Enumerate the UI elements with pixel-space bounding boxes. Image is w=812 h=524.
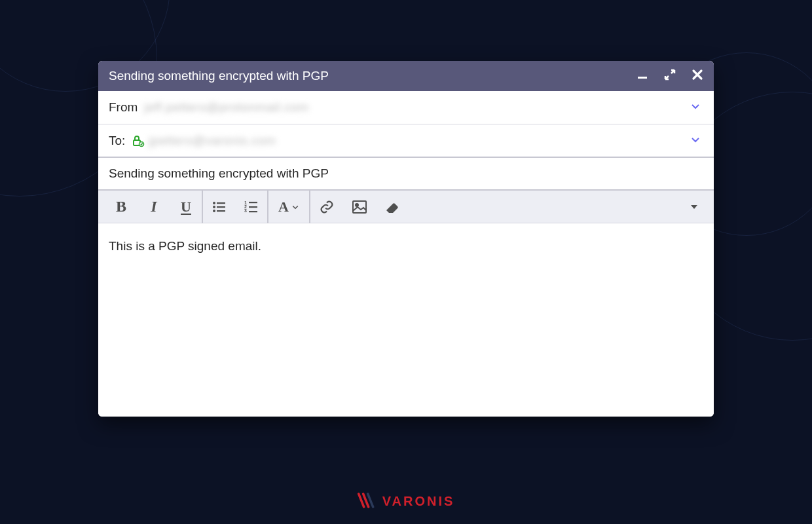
unordered-list-button[interactable] — [203, 191, 236, 223]
window-controls — [637, 69, 703, 83]
window-title: Sending something encrypted with PGP — [109, 69, 637, 83]
svg-rect-8 — [217, 210, 225, 212]
subject-row[interactable]: Sending something encrypted with PGP — [98, 158, 714, 191]
body-text: This is a PGP signed email. — [109, 239, 261, 253]
from-field-row[interactable]: From jeff.petters@protonmail.com — [98, 91, 714, 124]
pgp-lock-badge — [132, 134, 145, 147]
svg-rect-15 — [353, 201, 366, 213]
more-button[interactable] — [681, 191, 707, 223]
unordered-list-icon — [212, 199, 227, 215]
italic-icon: I — [151, 198, 157, 215]
svg-point-3 — [213, 202, 215, 204]
from-expand-button[interactable] — [688, 98, 703, 117]
to-label: To: — [109, 134, 125, 148]
close-icon — [692, 69, 703, 81]
to-expand-button[interactable] — [688, 131, 703, 151]
svg-point-5 — [213, 206, 215, 208]
brand-text: VARONIS — [382, 494, 455, 509]
bold-icon: B — [116, 198, 126, 215]
svg-point-7 — [213, 210, 215, 212]
to-field-row[interactable]: To: jpetters@varonis.com — [98, 124, 714, 158]
from-label: From — [109, 100, 138, 115]
expand-icon — [664, 69, 676, 81]
ordered-list-button[interactable]: 1 2 3 — [236, 191, 268, 223]
link-button[interactable] — [310, 191, 343, 223]
link-icon — [320, 200, 334, 214]
subject-text: Sending something encrypted with PGP — [109, 166, 329, 181]
window-titlebar: Sending something encrypted with PGP — [98, 61, 714, 91]
close-button[interactable] — [692, 69, 703, 83]
expand-button[interactable] — [664, 69, 676, 83]
minimize-icon — [637, 69, 648, 81]
font-icon: A — [278, 198, 289, 215]
compose-window: Sending something encrypted with PGP Fro… — [98, 61, 714, 417]
minimize-button[interactable] — [637, 69, 648, 83]
varonis-logo-icon — [358, 493, 377, 510]
chevron-down-icon — [690, 134, 701, 145]
eraser-icon — [384, 200, 400, 214]
svg-rect-14 — [249, 211, 257, 212]
lock-icon — [132, 134, 145, 147]
svg-rect-6 — [217, 206, 225, 208]
editor-toolbar: B I U 1 2 3 A — [98, 191, 714, 223]
svg-text:3: 3 — [244, 208, 247, 213]
to-value: jpetters@varonis.com — [149, 134, 276, 148]
svg-rect-4 — [217, 202, 225, 204]
chevron-down-icon — [690, 101, 701, 111]
image-icon — [352, 200, 367, 214]
svg-point-16 — [356, 204, 358, 206]
bold-button[interactable]: B — [105, 191, 138, 223]
chevron-down-icon — [291, 203, 299, 211]
svg-rect-0 — [638, 77, 647, 79]
italic-button[interactable]: I — [138, 191, 170, 223]
caret-down-icon — [690, 202, 699, 212]
font-dropdown-button[interactable]: A — [268, 191, 310, 223]
svg-rect-10 — [249, 202, 257, 203]
ordered-list-icon: 1 2 3 — [244, 199, 259, 215]
from-value: jeff.petters@protonmail.com — [144, 100, 308, 115]
underline-button[interactable]: U — [170, 191, 203, 223]
email-body[interactable]: This is a PGP signed email. — [98, 223, 714, 417]
underline-icon: U — [181, 198, 191, 215]
svg-rect-12 — [249, 206, 257, 208]
clear-format-button[interactable] — [376, 191, 409, 223]
brand-footer: VARONIS — [358, 493, 455, 510]
image-button[interactable] — [343, 191, 376, 223]
